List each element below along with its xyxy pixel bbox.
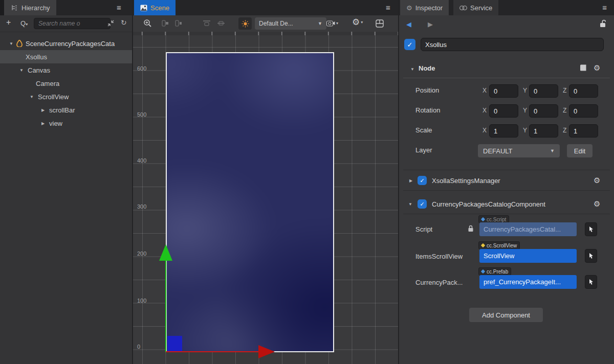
layer-edit-button[interactable]: Edit — [567, 144, 593, 157]
axis-y-label: Y — [523, 107, 527, 114]
scene-tab-icon — [140, 5, 147, 11]
inspector-menu-icon[interactable]: ≡ — [602, 4, 607, 11]
layer-dropdown[interactable]: DEFAULT ▼ — [478, 144, 560, 157]
hierarchy-panel: Hierarchy ≡ + Q▾ ↻ ▼ SceneCurrencyPackag… — [0, 0, 132, 364]
ruler-label-500: 500 — [137, 111, 146, 118]
picker-cursor-icon — [588, 226, 595, 233]
align-right-icon[interactable] — [175, 20, 182, 27]
tree-row-camera[interactable]: Camera — [0, 77, 132, 90]
script-picker-button[interactable] — [585, 222, 597, 236]
scale-z-input[interactable] — [569, 124, 598, 138]
zoom-icon[interactable] — [143, 19, 152, 28]
rotation-z-input[interactable] — [569, 104, 598, 118]
expand-arrow-icon[interactable]: ▼ — [17, 68, 26, 73]
hierarchy-tree-icon — [10, 5, 18, 11]
rotation-y-input[interactable] — [529, 104, 558, 118]
xsolla-settings-checkbox[interactable]: ✓ — [418, 176, 427, 185]
node-name-input[interactable] — [421, 38, 604, 51]
position-z-input[interactable] — [569, 84, 598, 98]
currency-prefab-ref-field[interactable]: pref_CurrencyPackageIt... — [479, 275, 577, 289]
distribute-center-icon[interactable] — [217, 20, 225, 27]
node-section-arrow-icon[interactable]: ▼ — [410, 67, 414, 72]
tree-row-scene-root[interactable]: ▼ SceneCurrencyPackagesCata — [0, 37, 132, 50]
prefab-type-badge: cc.Prefab — [478, 267, 511, 276]
currency-catalog-checkbox[interactable]: ✓ — [418, 199, 427, 209]
tab-hierarchy[interactable]: Hierarchy — [4, 0, 56, 15]
rotation-x-input[interactable] — [489, 104, 518, 118]
scrollview-type-badge: cc.ScrollView — [478, 241, 520, 249]
align-left-icon[interactable] — [162, 20, 169, 27]
axis-y-label: Y — [523, 87, 527, 94]
ruler-label-100: 100 — [137, 298, 146, 304]
rotation-row: Rotation X Y Z — [399, 104, 614, 118]
collapse-all-icon[interactable] — [107, 19, 115, 27]
check-icon: ✓ — [407, 41, 413, 49]
node-active-checkbox[interactable]: ✓ — [404, 39, 415, 50]
y-axis-arrow-icon[interactable] — [159, 244, 172, 261]
create-node-button[interactable]: + — [6, 18, 11, 27]
lock-icon — [468, 225, 474, 232]
canvas-preview-art — [166, 52, 334, 352]
tabbar-corner — [0, 0, 4, 15]
scene-viewport[interactable]: 600 500 400 300 200 100 0 — [133, 32, 398, 364]
axis-x-label: X — [483, 87, 487, 94]
tab-inspector[interactable]: ⚙ Inspector — [400, 0, 449, 15]
xsolla-settings-gear-icon[interactable]: ⚙ — [594, 176, 600, 184]
inspector-gear-icon: ⚙ — [406, 5, 412, 11]
light-icon — [242, 20, 249, 28]
tree-row-scrollview[interactable]: ▼ ScrollView — [0, 90, 132, 103]
add-component-button[interactable]: Add Component — [469, 308, 543, 322]
service-link-icon — [459, 6, 467, 10]
tree-label: view — [47, 120, 62, 127]
scale-y-input[interactable] — [529, 124, 558, 138]
axis-x-label: X — [483, 107, 487, 114]
tab-service-label: Service — [470, 4, 492, 12]
tree-row-canvas[interactable]: ▼ Canvas — [0, 63, 132, 77]
scene-menu-icon[interactable]: ≡ — [386, 4, 390, 11]
position-y-input[interactable] — [529, 84, 558, 98]
unlock-icon[interactable] — [600, 19, 607, 28]
scene-toolbar: Default De... ▼ ▾ ⚙ ▾ — [133, 15, 398, 32]
items-scrollview-picker-button[interactable] — [585, 249, 597, 263]
inspector-tabbar: ⚙ Inspector Service ≡ — [399, 0, 614, 15]
tree-row-scrollbar[interactable]: ▶ scrollBar — [0, 103, 132, 117]
expand-arrow-icon[interactable]: ▼ — [7, 41, 15, 46]
script-ref-field[interactable]: CurrencyPackagesCatal... — [479, 222, 577, 236]
layer-caret-icon: ▼ — [550, 148, 555, 153]
items-scrollview-ref-field[interactable]: ScrollView — [479, 249, 577, 263]
tree-row-view[interactable]: ▶ view — [0, 117, 132, 130]
refresh-icon[interactable]: ↻ — [121, 18, 127, 27]
hierarchy-menu-icon[interactable]: ≡ — [117, 4, 121, 11]
design-canvas[interactable] — [166, 52, 334, 352]
x-axis-arrow-icon[interactable] — [258, 345, 275, 358]
currency-prefab-picker-button[interactable] — [585, 275, 597, 289]
search-filter-button[interactable]: Q▾ — [20, 19, 28, 27]
x-axis-line — [166, 351, 259, 352]
collapsed-arrow-icon[interactable]: ▶ — [39, 108, 47, 112]
component-xsolla-settings-title: XsollaSettingsManager — [432, 177, 500, 185]
display-mode-dropdown[interactable]: Default De... ▼ — [255, 17, 326, 30]
layout-grid-icon[interactable] — [376, 19, 384, 28]
scale-x-input[interactable] — [489, 124, 518, 138]
position-x-input[interactable] — [489, 84, 518, 98]
tab-scene[interactable]: Scene — [134, 0, 176, 15]
component-currency-catalog-title: CurrencyPackagesCatalogComponent — [432, 200, 545, 208]
currency-catalog-gear-icon[interactable]: ⚙ — [594, 200, 600, 208]
scene-light-toggle[interactable] — [238, 17, 252, 30]
nav-back-button[interactable]: ◀ — [406, 20, 411, 28]
node-gear-icon[interactable]: ⚙ — [594, 64, 600, 72]
distribute-top-icon[interactable] — [203, 20, 211, 27]
scene-gear-button[interactable]: ⚙ ▾ — [352, 18, 363, 27]
currency-prefab-value: pref_CurrencyPackageIt... — [484, 278, 561, 286]
nav-forward-button[interactable]: ▶ — [428, 20, 433, 28]
xsolla-settings-arrow-icon[interactable]: ▶ — [409, 178, 412, 183]
tree-row-xsollus[interactable]: Xsollus — [0, 50, 132, 63]
node-help-book-icon[interactable] — [579, 64, 587, 72]
collapsed-arrow-icon[interactable]: ▶ — [39, 121, 47, 126]
camera-settings-button[interactable]: ▾ — [326, 20, 338, 27]
expand-arrow-icon[interactable]: ▼ — [28, 95, 36, 99]
script-ref-value: CurrencyPackagesCatal... — [484, 225, 561, 233]
search-input[interactable] — [34, 18, 111, 29]
tab-service[interactable]: Service — [453, 0, 498, 15]
currency-catalog-arrow-icon[interactable]: ▼ — [408, 202, 412, 207]
